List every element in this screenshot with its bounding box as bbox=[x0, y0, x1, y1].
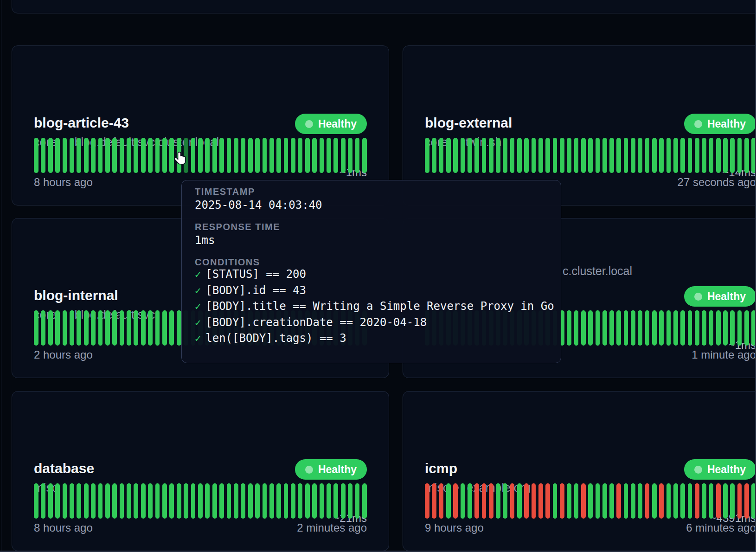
health-check-bar-40-ok[interactable] bbox=[709, 310, 714, 346]
health-check-bar-17-ok[interactable] bbox=[155, 138, 160, 173]
health-check-bar-36-ok[interactable] bbox=[680, 483, 685, 519]
health-check-bar-35-ok[interactable] bbox=[673, 483, 678, 519]
health-check-bar-29-ok[interactable] bbox=[631, 483, 635, 519]
health-check-bar-36-ok[interactable] bbox=[291, 138, 295, 173]
health-check-bar-40-ok[interactable] bbox=[320, 138, 324, 173]
health-check-bar-34-ok[interactable] bbox=[276, 138, 281, 173]
health-check-bar-44-ok[interactable] bbox=[737, 310, 742, 346]
health-check-bar-16-ok[interactable] bbox=[148, 310, 153, 346]
health-check-bar-5-ok[interactable] bbox=[70, 310, 74, 346]
health-check-bar-32-ok[interactable] bbox=[652, 310, 657, 346]
health-check-bar-8-ok[interactable] bbox=[91, 310, 96, 346]
health-check-bar-21-ok[interactable] bbox=[574, 138, 579, 173]
health-check-bar-37-ok[interactable] bbox=[298, 138, 302, 173]
health-check-bar-34-ok[interactable] bbox=[666, 483, 671, 519]
health-check-bar-1-ok[interactable] bbox=[41, 483, 45, 519]
health-check-bar-38-failed[interactable] bbox=[695, 483, 699, 519]
health-check-bar-20-ok[interactable] bbox=[567, 138, 571, 173]
health-check-bar-3-ok[interactable] bbox=[446, 483, 451, 519]
health-check-bar-34-ok[interactable] bbox=[666, 138, 671, 173]
health-check-bar-15-ok[interactable] bbox=[141, 310, 146, 346]
health-check-bar-41-ok[interactable] bbox=[716, 310, 721, 346]
health-check-bar-11-ok[interactable] bbox=[112, 310, 117, 346]
health-check-bar-42-ok[interactable] bbox=[723, 483, 728, 519]
health-check-bar-8-ok[interactable] bbox=[91, 138, 96, 173]
health-check-bar-14-ok[interactable] bbox=[134, 483, 138, 519]
health-check-bar-13-ok[interactable] bbox=[517, 483, 522, 519]
health-check-bar-16-ok[interactable] bbox=[148, 483, 153, 519]
health-check-bar-12-ok[interactable] bbox=[510, 138, 515, 173]
health-check-bar-7-ok[interactable] bbox=[474, 138, 479, 173]
health-check-bar-38-ok[interactable] bbox=[305, 483, 310, 519]
health-check-bar-32-ok[interactable] bbox=[263, 483, 267, 519]
health-check-bar-29-ok[interactable] bbox=[241, 138, 245, 173]
health-check-bar-14-failed[interactable] bbox=[524, 483, 529, 519]
health-check-bar-6-ok[interactable] bbox=[468, 483, 472, 519]
health-check-bar-24-ok[interactable] bbox=[596, 483, 600, 519]
health-check-bar-37-ok[interactable] bbox=[298, 483, 302, 519]
health-check-bar-2-ok[interactable] bbox=[48, 483, 53, 519]
card-partial-top[interactable] bbox=[12, 0, 756, 13]
health-check-bar-9-failed[interactable] bbox=[489, 483, 493, 519]
health-check-bar-1-ok[interactable] bbox=[432, 138, 436, 173]
health-check-bar-10-ok[interactable] bbox=[105, 310, 110, 346]
health-check-bar-37-ok[interactable] bbox=[688, 310, 692, 346]
health-check-bar-13-ok[interactable] bbox=[127, 310, 131, 346]
health-check-bar-23-ok[interactable] bbox=[588, 310, 593, 346]
health-check-bar-20-ok[interactable] bbox=[177, 483, 181, 519]
health-check-bar-41-ok[interactable] bbox=[327, 138, 331, 173]
health-check-bar-24-ok[interactable] bbox=[205, 483, 210, 519]
health-check-bar-5-ok[interactable] bbox=[70, 483, 74, 519]
health-check-bar-43-ok[interactable] bbox=[730, 483, 735, 519]
health-check-bar-28-ok[interactable] bbox=[234, 483, 238, 519]
health-check-bar-10-ok[interactable] bbox=[496, 483, 500, 519]
health-check-bar-11-ok[interactable] bbox=[112, 138, 117, 173]
health-check-bar-35-ok[interactable] bbox=[284, 138, 288, 173]
health-check-bar-11-ok[interactable] bbox=[112, 483, 117, 519]
health-check-bar-44-ok[interactable] bbox=[737, 138, 742, 173]
health-check-bar-20-ok[interactable] bbox=[567, 483, 571, 519]
service-card-database[interactable]: databasemiscHealthy~21ms8 hours ago2 min… bbox=[12, 391, 389, 551]
health-check-bar-25-ok[interactable] bbox=[602, 310, 607, 346]
health-check-bar-11-ok[interactable] bbox=[503, 483, 507, 519]
health-check-bar-29-ok[interactable] bbox=[631, 310, 635, 346]
health-check-bar-33-ok[interactable] bbox=[659, 138, 664, 173]
health-check-bar-25-ok[interactable] bbox=[212, 483, 217, 519]
health-check-bar-6-ok[interactable] bbox=[77, 310, 81, 346]
health-check-bar-39-ok[interactable] bbox=[312, 138, 317, 173]
health-check-bar-22-ok[interactable] bbox=[581, 310, 586, 346]
health-check-bar-3-ok[interactable] bbox=[446, 138, 451, 173]
health-check-bar-36-ok[interactable] bbox=[291, 483, 295, 519]
health-check-bar-46-ok[interactable] bbox=[362, 138, 367, 173]
health-check-bar-31-ok[interactable] bbox=[255, 483, 260, 519]
health-check-bar-18-ok[interactable] bbox=[162, 483, 167, 519]
health-check-bar-41-ok[interactable] bbox=[327, 483, 331, 519]
health-check-bar-40-ok[interactable] bbox=[320, 483, 324, 519]
health-check-bar-27-ok[interactable] bbox=[616, 310, 621, 346]
health-check-bar-15-ok[interactable] bbox=[532, 138, 536, 173]
health-check-bar-8-ok[interactable] bbox=[482, 138, 487, 173]
health-check-bar-43-ok[interactable] bbox=[341, 138, 346, 173]
health-check-bar-2-ok[interactable] bbox=[48, 138, 53, 173]
health-check-bar-12-ok[interactable] bbox=[120, 310, 124, 346]
health-check-bar-14-ok[interactable] bbox=[134, 310, 138, 346]
health-check-bar-26-ok[interactable] bbox=[219, 138, 224, 173]
health-check-bar-13-ok[interactable] bbox=[517, 138, 522, 173]
health-check-bar-45-ok[interactable] bbox=[355, 138, 360, 173]
health-check-bar-16-ok[interactable] bbox=[538, 138, 543, 173]
health-check-bar-2-ok[interactable] bbox=[48, 310, 53, 346]
health-check-bar-4-failed[interactable] bbox=[453, 483, 458, 519]
health-check-bar-26-ok[interactable] bbox=[219, 483, 224, 519]
health-check-bar-7-ok[interactable] bbox=[84, 138, 89, 173]
health-check-bar-43-ok[interactable] bbox=[730, 138, 735, 173]
health-check-bar-40-ok[interactable] bbox=[709, 138, 714, 173]
health-check-bar-1-ok[interactable] bbox=[41, 138, 45, 173]
health-check-bar-33-failed[interactable] bbox=[659, 483, 664, 519]
health-check-bar-19-ok[interactable] bbox=[169, 310, 174, 346]
health-check-bar-30-ok[interactable] bbox=[638, 483, 642, 519]
health-check-bar-1-ok[interactable] bbox=[41, 310, 45, 346]
health-check-bar-38-ok[interactable] bbox=[695, 138, 699, 173]
health-check-bar-6-ok[interactable] bbox=[77, 138, 81, 173]
health-check-bar-31-ok[interactable] bbox=[255, 138, 260, 173]
health-check-bar-36-ok[interactable] bbox=[680, 138, 685, 173]
